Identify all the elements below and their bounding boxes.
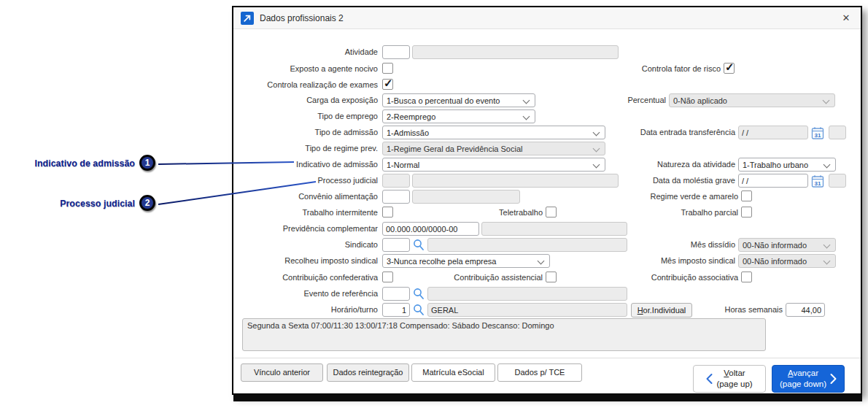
mes-imposto-sindical-select: 00-Não informado [738, 254, 836, 268]
horario-descricao-box: Segunda a Sexta 07:00/11:30 13:00/17:18 … [242, 318, 766, 351]
sindicato-code-input[interactable] [382, 238, 410, 252]
tipo-regime-prev-value: 1-Regime Geral da Previdência Social [387, 145, 522, 153]
contribuicao-assistencial-checkbox[interactable] [546, 272, 557, 282]
search-icon[interactable] [413, 304, 425, 316]
mes-imposto-sindical-value: 00-Não informado [743, 257, 807, 266]
atividade-label: Atividade [235, 45, 378, 59]
calendar-icon: 31 [811, 126, 824, 140]
matricula-esocial-button[interactable]: Matrícula eSocial [411, 363, 495, 382]
contribuicao-associativa-checkbox[interactable] [741, 272, 752, 282]
callout-label-1: Indicativo de admissão [0, 158, 135, 169]
data-entrada-transferencia-label: Data entrada transferência [560, 126, 735, 139]
previdencia-complementar-desc-input [481, 222, 627, 236]
data-entrada-transferencia-input [738, 126, 808, 139]
recolheu-imposto-sindical-select[interactable]: 3-Nunca recolhe pela empresa [382, 254, 550, 268]
convenio-alimentacao-desc-input [412, 190, 520, 204]
sindicato-label: Sindicato [235, 238, 378, 252]
teletrabalho-label: Teletrabalho [443, 206, 543, 220]
previdencia-complementar-input[interactable] [382, 222, 479, 236]
page: Indicativo de admissão 1 Processo judici… [0, 0, 868, 408]
percentual-select: 0-Não aplicado [669, 93, 835, 107]
controla-exames-checkbox[interactable] [382, 79, 393, 90]
data-molestia-grave-input[interactable] [738, 174, 808, 188]
tipo-emprego-value: 2-Reemprego [387, 112, 435, 121]
percentual-value: 0-Não aplicado [673, 96, 727, 105]
contribuicao-confederativa-checkbox[interactable] [382, 272, 393, 282]
recolheu-imposto-sindical-label: Recolheu imposto sindical [235, 254, 378, 268]
tipo-emprego-select[interactable]: 2-Reemprego [382, 109, 535, 123]
dialog-title: Dados profissionais 2 [260, 13, 344, 23]
trabalho-parcial-checkbox[interactable] [741, 207, 752, 218]
mes-dissidio-select: 00-Não informado [738, 238, 836, 252]
recolheu-imposto-sindical-value: 3-Nunca recolhe pela empresa [387, 257, 496, 266]
tipo-admissao-label: Tipo de admissão [235, 126, 378, 139]
tipo-admissao-value: 1-Admissão [387, 128, 429, 137]
processo-judicial-label: Processo judicial [235, 174, 378, 188]
tipo-regime-prev-select: 1-Regime Geral da Previdência Social [382, 142, 605, 155]
convenio-alimentacao-label: Convênio alimentação [235, 190, 378, 204]
atividade-code-input[interactable] [382, 45, 410, 59]
teletrabalho-checkbox[interactable] [546, 207, 557, 218]
exposto-agente-nocivo-checkbox[interactable] [382, 63, 393, 74]
data-molestia-grave-label: Data da moléstia grave [560, 174, 735, 188]
voltar-button[interactable]: Voltar(page up) [693, 365, 766, 393]
natureza-atividade-value: 1-Trabalho urbano [743, 161, 808, 169]
carga-exposicao-label: Carga da exposição [235, 93, 378, 107]
date-spinner-button [829, 174, 846, 188]
trabalho-intermitente-label: Trabalho intermitente [235, 206, 378, 220]
regime-verde-amarelo-label: Regime verde e amarelo [563, 190, 738, 204]
controla-exames-label: Controla realização de exames [235, 78, 378, 92]
mes-dissidio-label: Mês dissídio [560, 238, 735, 252]
horario-turno-label: Horário/turno [235, 303, 378, 317]
convenio-alimentacao-code-input[interactable] [382, 190, 410, 204]
regime-verde-amarelo-checkbox[interactable] [741, 190, 752, 201]
atividade-desc-input [412, 45, 619, 59]
trabalho-intermitente-checkbox[interactable] [382, 207, 393, 218]
svg-text:31: 31 [815, 180, 821, 187]
dados-reintegracao-button[interactable]: Dados reintegração [327, 363, 409, 382]
evento-referencia-desc-input [427, 287, 627, 301]
voltar-label: Voltar [716, 368, 752, 379]
avancar-hint: (page down) [780, 379, 826, 390]
callout-label-2: Processo judicial [0, 199, 135, 209]
close-icon[interactable]: ✕ [840, 12, 852, 24]
dados-p-tce-button[interactable]: Dados p/ TCE [497, 363, 582, 382]
horas-semanais-input[interactable] [786, 303, 825, 317]
search-icon[interactable] [413, 239, 425, 251]
calendar-icon[interactable]: 31 [811, 174, 824, 188]
tipo-emprego-label: Tipo de emprego [235, 109, 378, 123]
previdencia-complementar-label: Previdência complementar [235, 222, 378, 236]
mes-dissidio-value: 00-Não informado [743, 241, 807, 250]
natureza-atividade-label: Natureza da atividade [560, 158, 735, 172]
percentual-label: Percentual [491, 93, 666, 107]
dialog-icon [241, 12, 254, 25]
callout-badge-2: 2 [139, 195, 155, 211]
contribuicao-confederativa-label: Contribuição confederativa [235, 271, 378, 285]
indicativo-admissao-label: Indicativo de admissão [235, 158, 378, 172]
natureza-atividade-select[interactable]: 1-Trabalho urbano [738, 158, 836, 172]
chevron-right-icon [830, 373, 837, 385]
contribuicao-associativa-label: Contribuição associativa [563, 271, 738, 285]
search-icon[interactable] [413, 288, 425, 300]
vinculo-anterior-button[interactable]: Vínculo anterior [241, 363, 323, 382]
trabalho-parcial-label: Trabalho parcial [563, 206, 738, 220]
date-spinner-button [829, 126, 846, 139]
dialog-titlebar: Dados profissionais 2 ✕ [233, 7, 861, 29]
dialog-dados-profissionais-2: Dados profissionais 2 ✕ Atividade Expost… [232, 6, 862, 395]
controla-fator-risco-label: Controla fator de risco [546, 62, 721, 76]
horario-turno-code-input[interactable] [382, 303, 410, 317]
tipo-regime-prev-label: Tipo de regime prev. [235, 142, 378, 155]
exposto-agente-nocivo-label: Exposto a agente nocivo [235, 62, 378, 76]
chevron-left-icon [706, 373, 713, 385]
mes-imposto-sindical-label: Mês imposto sindical [560, 254, 735, 268]
avancar-button[interactable]: Avançar(page down) [772, 365, 845, 393]
evento-referencia-code-input[interactable] [382, 287, 410, 301]
indicativo-admissao-value: 1-Normal [387, 161, 419, 169]
carga-exposicao-value: 1-Busca o percentual do evento [387, 96, 500, 105]
contribuicao-assistencial-label: Contribuição assistencial [414, 271, 543, 285]
horas-semanais-label: Horas semanais [681, 303, 783, 317]
horario-turno-desc-input [427, 303, 627, 317]
voltar-hint: (page up) [716, 379, 752, 390]
callout-badge-1: 1 [139, 155, 155, 171]
controla-fator-risco-checkbox[interactable] [724, 63, 735, 74]
